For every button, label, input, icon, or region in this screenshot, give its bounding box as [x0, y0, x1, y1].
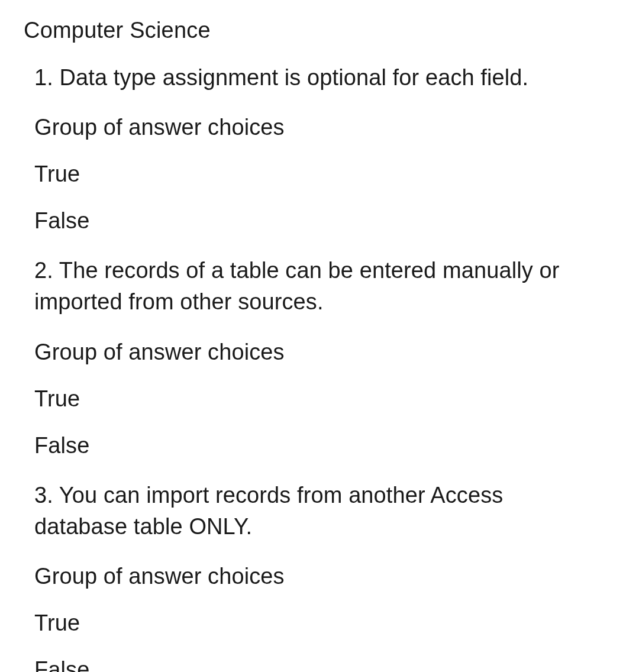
group-label: Group of answer choices	[34, 115, 592, 140]
subject-title: Computer Science	[24, 18, 615, 43]
group-label: Group of answer choices	[34, 340, 592, 365]
question-block-3: 3. You can import records from another A…	[34, 480, 592, 672]
question-text: 2. The records of a table can be entered…	[34, 255, 592, 318]
answer-choice-true[interactable]: True	[34, 386, 592, 412]
answer-choice-true[interactable]: True	[34, 161, 592, 187]
group-label: Group of answer choices	[34, 564, 592, 589]
question-block-1: 1. Data type assignment is optional for …	[34, 62, 592, 234]
question-text: 1. Data type assignment is optional for …	[34, 62, 592, 93]
answer-choice-false[interactable]: False	[34, 657, 592, 672]
questions-container: 1. Data type assignment is optional for …	[24, 62, 592, 672]
answer-choice-true[interactable]: True	[34, 610, 592, 636]
answer-choice-false[interactable]: False	[34, 208, 592, 234]
answer-choice-false[interactable]: False	[34, 433, 592, 458]
question-text: 3. You can import records from another A…	[34, 480, 592, 542]
question-block-2: 2. The records of a table can be entered…	[34, 255, 592, 458]
